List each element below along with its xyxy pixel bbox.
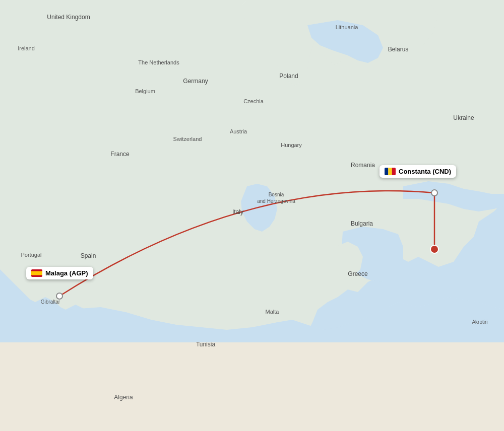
svg-text:France: France xyxy=(110,151,130,158)
svg-point-2 xyxy=(431,190,437,196)
svg-text:Switzerland: Switzerland xyxy=(173,136,202,142)
svg-point-3 xyxy=(430,245,438,253)
svg-text:Ireland: Ireland xyxy=(18,45,35,51)
svg-text:Portugal: Portugal xyxy=(21,252,42,258)
svg-text:Tunisia: Tunisia xyxy=(196,341,216,348)
svg-text:and Herzegovina: and Herzegovina xyxy=(257,198,295,204)
constanta-airport-label: Constanta (CND) xyxy=(380,165,456,178)
malaga-airport-label: Malaga (AGP) xyxy=(26,267,93,279)
map-container: United Kingdom Ireland The Netherlands B… xyxy=(0,0,504,431)
map-svg: United Kingdom Ireland The Netherlands B… xyxy=(0,0,504,431)
svg-text:Lithuania: Lithuania xyxy=(336,24,359,30)
svg-text:Spain: Spain xyxy=(81,252,96,259)
svg-text:Ukraine: Ukraine xyxy=(453,114,474,121)
svg-text:Hungary: Hungary xyxy=(281,142,302,148)
svg-text:Poland: Poland xyxy=(279,73,298,80)
svg-text:Belarus: Belarus xyxy=(388,46,409,53)
svg-text:Gibraltar: Gibraltar xyxy=(41,299,60,305)
spain-flag xyxy=(31,269,42,277)
svg-text:Algeria: Algeria xyxy=(114,394,133,401)
svg-text:United Kingdom: United Kingdom xyxy=(47,14,90,21)
svg-rect-34 xyxy=(388,168,392,175)
svg-text:Czechia: Czechia xyxy=(243,98,264,104)
svg-text:Bulgaria: Bulgaria xyxy=(351,220,373,227)
romania-flag xyxy=(385,168,396,175)
svg-point-1 xyxy=(56,293,62,299)
svg-text:Greece: Greece xyxy=(348,270,368,277)
malaga-label-text: Malaga (AGP) xyxy=(45,269,88,277)
constanta-label-text: Constanta (CND) xyxy=(399,168,451,175)
svg-rect-35 xyxy=(392,168,396,175)
svg-rect-33 xyxy=(385,168,388,175)
svg-text:Romania: Romania xyxy=(351,162,375,169)
svg-text:Belgium: Belgium xyxy=(135,88,155,94)
svg-text:Malta: Malta xyxy=(266,309,280,315)
svg-text:Italy: Italy xyxy=(232,208,243,216)
svg-text:Germany: Germany xyxy=(183,78,208,85)
svg-text:Austria: Austria xyxy=(230,128,247,134)
svg-rect-32 xyxy=(31,271,42,275)
svg-text:Akrotiri: Akrotiri xyxy=(472,319,487,325)
svg-text:Bosnia: Bosnia xyxy=(269,192,284,197)
svg-text:The Netherlands: The Netherlands xyxy=(138,59,179,65)
